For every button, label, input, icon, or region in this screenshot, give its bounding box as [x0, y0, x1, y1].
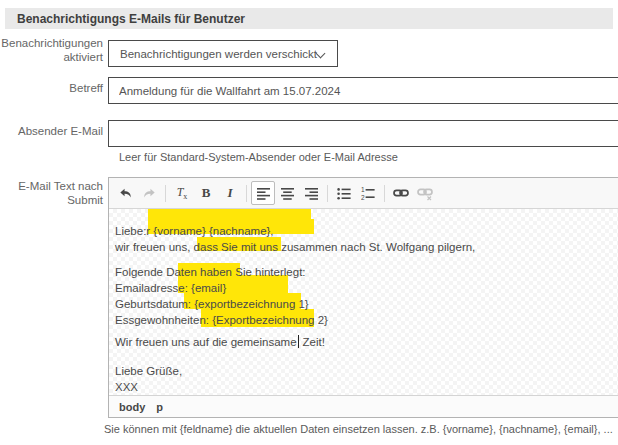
bold-button[interactable]: B	[194, 181, 218, 205]
editor-line: Liebe Grüße,	[115, 363, 618, 379]
toolbar-separator	[165, 185, 166, 202]
toolbar-separator	[327, 185, 328, 202]
toolbar-separator	[246, 185, 247, 202]
align-center-icon	[281, 187, 294, 200]
editor-toolbar: Tx B I	[109, 178, 618, 209]
editor-blank-line	[115, 350, 618, 363]
editor-line: wir freuen uns, dass Sie mit uns zusamme…	[115, 239, 618, 255]
italic-icon: I	[227, 185, 232, 201]
unlink-button[interactable]	[413, 181, 437, 205]
editor-line: Folgende Daten haben Sie hinterlegt:	[115, 264, 618, 280]
editor-content-area[interactable]: Liebe:r {vorname} {nachname}, wir freuen…	[109, 209, 618, 395]
email-text-label: E-Mail Text nach Submit	[0, 179, 103, 207]
numbered-list-button[interactable]: 12	[356, 181, 380, 205]
subject-label: Betreff	[0, 81, 103, 95]
element-path-body[interactable]: body	[119, 401, 145, 413]
element-path-p[interactable]: p	[156, 401, 163, 413]
align-right-button[interactable]	[299, 181, 323, 205]
editor-element-path: body p	[109, 395, 618, 417]
undo-icon	[118, 186, 133, 201]
editor-line: Wir freuen uns auf die gemeinsameZeit!	[115, 334, 618, 350]
editor-line: Geburtsdatum: {exportbezeichnung 1}	[115, 296, 618, 312]
editor-line-text: Zeit!	[303, 336, 325, 348]
bold-icon: B	[202, 185, 211, 201]
notifications-select[interactable]: Benachrichtigungen werden verschickt	[108, 40, 338, 67]
placeholder-hint: Sie können mit {feldname} die aktuellen …	[104, 423, 618, 435]
redo-button[interactable]	[137, 181, 161, 205]
align-right-icon	[305, 187, 318, 200]
sender-hint: Leer für Standard-System-Absender oder E…	[119, 151, 398, 163]
notifications-selected-value: Benachrichtigungen werden verschickt	[120, 48, 317, 60]
editor-line-text: Wir freuen uns auf die gemeinsame	[115, 336, 297, 348]
chevron-down-icon	[316, 49, 326, 59]
page-title: Benachrichtigungs E-Mails für Benutzer	[17, 12, 245, 26]
redo-icon	[142, 186, 157, 201]
italic-button[interactable]: I	[218, 181, 242, 205]
editor-blank-line	[115, 255, 618, 264]
svg-text:2: 2	[361, 193, 365, 200]
section-header: Benachrichtigungs E-Mails für Benutzer	[5, 8, 613, 29]
svg-text:1: 1	[361, 187, 365, 193]
bulleted-list-icon	[337, 187, 351, 200]
editor-line: XXX	[115, 379, 618, 395]
editor-line: Essgewohnheiten: {Exportbezeichnung 2}	[115, 312, 618, 328]
align-left-icon	[257, 187, 270, 200]
rich-text-editor: Tx B I	[108, 177, 618, 418]
remove-format-button[interactable]: Tx	[170, 181, 194, 205]
remove-format-icon: Tx	[177, 185, 188, 201]
link-button[interactable]	[389, 181, 413, 205]
editor-line: Liebe:r {vorname} {nachname},	[115, 223, 618, 239]
link-icon	[393, 185, 409, 201]
unlink-icon	[417, 185, 433, 201]
text-cursor	[298, 335, 299, 348]
subject-input[interactable]	[108, 77, 618, 104]
sender-label: Absender E-Mail	[0, 124, 103, 138]
toolbar-separator	[384, 185, 385, 202]
notifications-label: Benachrichtigungen aktiviert	[0, 36, 103, 64]
undo-button[interactable]	[113, 181, 137, 205]
bulleted-list-button[interactable]	[332, 181, 356, 205]
editor-line: Emailadresse: {email}	[115, 280, 618, 296]
sender-email-input[interactable]	[108, 120, 618, 147]
numbered-list-icon: 12	[361, 187, 375, 200]
align-center-button[interactable]	[275, 181, 299, 205]
align-left-button[interactable]	[251, 181, 275, 205]
